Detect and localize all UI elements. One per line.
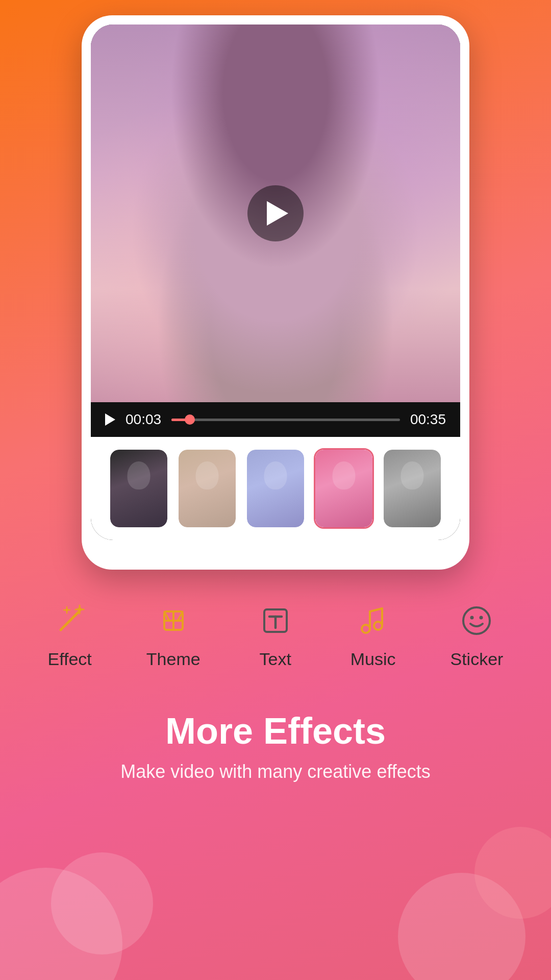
svg-point-23 xyxy=(362,625,370,633)
more-effects-section: More Effects Make video with many creati… xyxy=(100,695,451,782)
filter-thumb-1[interactable] xyxy=(177,448,237,529)
phone-bottom xyxy=(91,540,460,560)
progress-track[interactable] xyxy=(171,419,400,421)
current-time: 00:03 xyxy=(126,411,161,428)
blob-1 xyxy=(0,868,122,980)
filter-thumb-2[interactable] xyxy=(245,448,306,529)
filter-preview-3 xyxy=(315,450,372,527)
tool-text[interactable]: Text xyxy=(255,600,296,669)
svg-line-1 xyxy=(75,612,78,616)
decorative-blobs xyxy=(0,776,551,980)
video-area[interactable] xyxy=(91,24,460,402)
svg-point-24 xyxy=(374,622,382,630)
filter-preview-2 xyxy=(247,450,304,527)
play-icon xyxy=(267,201,288,226)
progress-thumb[interactable] xyxy=(185,414,195,425)
tools-section: Effect Theme Text xyxy=(0,570,551,695)
total-time: 00:35 xyxy=(410,411,446,428)
sticker-icon xyxy=(456,600,497,641)
filter-thumb-3[interactable] xyxy=(314,448,374,529)
theme-icon xyxy=(153,600,194,641)
phone-frame: 00:03 00:35 xyxy=(82,15,469,570)
tool-music[interactable]: Music xyxy=(350,600,396,669)
more-effects-title: More Effects xyxy=(120,710,431,752)
filter-preview-4 xyxy=(384,450,441,527)
theme-label: Theme xyxy=(146,649,201,669)
progress-bar-area: 00:03 00:35 xyxy=(91,402,460,437)
svg-point-25 xyxy=(463,607,490,634)
svg-line-20 xyxy=(370,608,382,611)
music-label: Music xyxy=(350,649,396,669)
more-effects-subtitle: Make video with many creative effects xyxy=(120,761,431,782)
svg-line-0 xyxy=(61,616,75,630)
filter-thumb-4[interactable] xyxy=(382,448,442,529)
filter-strip xyxy=(91,437,460,540)
phone-screen: 00:03 00:35 xyxy=(91,24,460,540)
blob-2 xyxy=(51,852,153,954)
filter-thumb-0[interactable] xyxy=(109,448,169,529)
svg-point-26 xyxy=(470,616,474,620)
music-icon xyxy=(353,600,393,641)
tool-theme[interactable]: Theme xyxy=(146,600,201,669)
blob-4 xyxy=(474,827,551,919)
play-button[interactable] xyxy=(247,185,304,241)
svg-point-27 xyxy=(480,616,483,620)
filter-preview-1 xyxy=(179,450,236,527)
play-small-icon[interactable] xyxy=(105,413,115,426)
text-icon xyxy=(255,600,296,641)
text-label: Text xyxy=(259,649,291,669)
sticker-label: Sticker xyxy=(450,649,504,669)
tool-effect[interactable]: Effect xyxy=(48,600,92,669)
effect-label: Effect xyxy=(48,649,92,669)
filter-preview-0 xyxy=(110,450,167,527)
blob-3 xyxy=(398,873,525,980)
tool-sticker[interactable]: Sticker xyxy=(450,600,504,669)
effect-icon xyxy=(49,600,90,641)
